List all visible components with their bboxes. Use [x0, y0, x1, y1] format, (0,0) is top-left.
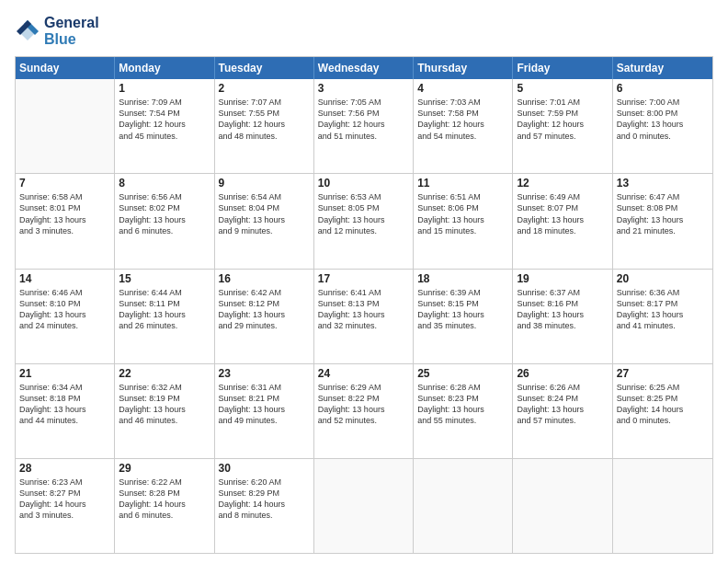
- cell-line: Sunrise: 6:22 AM: [119, 477, 210, 488]
- cell-line: and 21 minutes.: [617, 225, 709, 236]
- cell-line: Sunset: 8:07 PM: [517, 202, 608, 213]
- cell-line: Daylight: 13 hours: [417, 214, 508, 225]
- cell-line: Sunset: 8:11 PM: [119, 298, 210, 309]
- cell-line: Sunset: 8:05 PM: [318, 202, 409, 213]
- cell-line: Daylight: 13 hours: [617, 119, 709, 130]
- cal-cell: 17Sunrise: 6:41 AMSunset: 8:13 PMDayligh…: [314, 270, 414, 363]
- header: General Blue: [15, 15, 713, 47]
- cell-line: Sunset: 7:59 PM: [517, 108, 608, 119]
- day-number: 21: [19, 367, 110, 380]
- cell-line: and 0 minutes.: [617, 415, 709, 426]
- cell-line: Daylight: 14 hours: [617, 404, 709, 415]
- cal-cell: [513, 459, 612, 553]
- cell-line: and 35 minutes.: [417, 320, 508, 331]
- cell-line: and 44 minutes.: [19, 415, 110, 426]
- cell-line: Daylight: 13 hours: [119, 214, 210, 225]
- cell-line: Sunrise: 7:07 AM: [219, 97, 310, 108]
- cell-line: Daylight: 13 hours: [119, 404, 210, 415]
- day-number: 11: [417, 177, 508, 190]
- cal-cell: 5Sunrise: 7:01 AMSunset: 7:59 PMDaylight…: [513, 79, 612, 173]
- cell-line: and 3 minutes.: [19, 510, 110, 521]
- day-number: 19: [517, 272, 608, 285]
- cell-line: and 6 minutes.: [119, 510, 210, 521]
- day-number: 25: [417, 367, 508, 380]
- day-number: 16: [219, 272, 310, 285]
- cell-line: and 54 minutes.: [417, 131, 508, 142]
- cal-cell: 19Sunrise: 6:37 AMSunset: 8:16 PMDayligh…: [513, 270, 612, 363]
- cell-line: Daylight: 12 hours: [517, 119, 608, 130]
- cell-line: and 24 minutes.: [19, 320, 110, 331]
- cell-line: Sunrise: 6:42 AM: [219, 287, 310, 298]
- cell-line: Daylight: 12 hours: [318, 119, 409, 130]
- cal-cell: 30Sunrise: 6:20 AMSunset: 8:29 PMDayligh…: [215, 459, 314, 553]
- cal-header-thursday: Thursday: [414, 57, 513, 79]
- cell-line: Sunrise: 6:47 AM: [617, 191, 709, 202]
- cal-cell: 23Sunrise: 6:31 AMSunset: 8:21 PMDayligh…: [215, 364, 314, 458]
- cell-line: Sunrise: 6:36 AM: [617, 287, 709, 298]
- cell-line: and 41 minutes.: [617, 320, 709, 331]
- cell-line: Daylight: 13 hours: [219, 214, 310, 225]
- cal-header-monday: Monday: [115, 57, 214, 79]
- cal-cell: 9Sunrise: 6:54 AMSunset: 8:04 PMDaylight…: [215, 174, 314, 268]
- cell-line: and 32 minutes.: [318, 320, 409, 331]
- cal-cell: [16, 79, 115, 173]
- cell-line: and 18 minutes.: [517, 225, 608, 236]
- cell-line: Daylight: 14 hours: [119, 499, 210, 510]
- day-number: 7: [19, 177, 110, 190]
- cell-line: and 3 minutes.: [19, 225, 110, 236]
- cell-line: Sunrise: 6:29 AM: [318, 382, 409, 393]
- cell-line: Sunset: 8:02 PM: [119, 202, 210, 213]
- cell-line: Sunset: 8:29 PM: [219, 488, 310, 499]
- cell-line: Sunset: 8:27 PM: [19, 488, 110, 499]
- cal-cell: 6Sunrise: 7:00 AMSunset: 8:00 PMDaylight…: [613, 79, 712, 173]
- cell-line: Daylight: 13 hours: [318, 309, 409, 320]
- cal-cell: [613, 459, 712, 553]
- day-number: 8: [119, 177, 210, 190]
- cell-line: Sunrise: 7:03 AM: [417, 97, 508, 108]
- cal-cell: 2Sunrise: 7:07 AMSunset: 7:55 PMDaylight…: [215, 79, 314, 173]
- day-number: 22: [119, 367, 210, 380]
- cell-line: Daylight: 14 hours: [19, 499, 110, 510]
- cell-line: and 8 minutes.: [219, 510, 310, 521]
- cell-line: Sunset: 7:55 PM: [219, 108, 310, 119]
- cal-week-4: 21Sunrise: 6:34 AMSunset: 8:18 PMDayligh…: [16, 364, 712, 459]
- cell-line: Sunrise: 6:31 AM: [219, 382, 310, 393]
- cal-cell: 27Sunrise: 6:25 AMSunset: 8:25 PMDayligh…: [613, 364, 712, 458]
- cell-line: and 9 minutes.: [219, 225, 310, 236]
- day-number: 24: [318, 367, 409, 380]
- cal-cell: [414, 459, 513, 553]
- cell-line: Sunrise: 6:46 AM: [19, 287, 110, 298]
- cell-line: Sunrise: 6:44 AM: [119, 287, 210, 298]
- cell-line: Sunset: 8:16 PM: [517, 298, 608, 309]
- cell-line: Sunset: 8:24 PM: [517, 393, 608, 404]
- cell-line: and 48 minutes.: [219, 131, 310, 142]
- cell-line: Daylight: 12 hours: [417, 119, 508, 130]
- calendar-header: SundayMondayTuesdayWednesdayThursdayFrid…: [16, 57, 712, 79]
- day-number: 30: [219, 462, 310, 475]
- cal-cell: 10Sunrise: 6:53 AMSunset: 8:05 PMDayligh…: [314, 174, 414, 268]
- cal-cell: 8Sunrise: 6:56 AMSunset: 8:02 PMDaylight…: [115, 174, 214, 268]
- day-number: 1: [119, 82, 210, 95]
- cell-line: Daylight: 13 hours: [517, 214, 608, 225]
- cell-line: Daylight: 12 hours: [119, 119, 210, 130]
- day-number: 18: [417, 272, 508, 285]
- cal-cell: 3Sunrise: 7:05 AMSunset: 7:56 PMDaylight…: [314, 79, 414, 173]
- cell-line: Daylight: 13 hours: [517, 309, 608, 320]
- day-number: 9: [219, 177, 310, 190]
- day-number: 4: [417, 82, 508, 95]
- cal-header-saturday: Saturday: [613, 57, 712, 79]
- cell-line: and 0 minutes.: [617, 131, 709, 142]
- day-number: 14: [19, 272, 110, 285]
- cell-line: and 26 minutes.: [119, 320, 210, 331]
- cell-line: Sunset: 8:17 PM: [617, 298, 709, 309]
- cal-cell: 14Sunrise: 6:46 AMSunset: 8:10 PMDayligh…: [16, 270, 115, 363]
- cal-header-tuesday: Tuesday: [215, 57, 314, 79]
- cal-header-wednesday: Wednesday: [314, 57, 414, 79]
- cell-line: Sunset: 8:12 PM: [219, 298, 310, 309]
- calendar: SundayMondayTuesdayWednesdayThursdayFrid…: [15, 56, 713, 554]
- cal-header-friday: Friday: [513, 57, 612, 79]
- cell-line: and 6 minutes.: [119, 225, 210, 236]
- cell-line: Sunset: 8:06 PM: [417, 202, 508, 213]
- cell-line: Sunset: 7:58 PM: [417, 108, 508, 119]
- cell-line: and 38 minutes.: [517, 320, 608, 331]
